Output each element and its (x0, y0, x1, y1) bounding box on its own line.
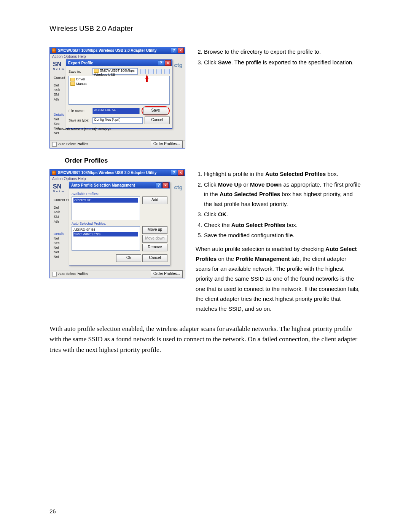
screenshot-auto-profile: SMCWUSBT 108Mbps Wireless USB 2.0 Adapte… (49, 169, 185, 278)
step: Browse to the directory to export the pr… (204, 47, 362, 57)
ctg-logo: ctg (174, 184, 183, 190)
step: Click Move Up or Move Down as appropriat… (204, 180, 362, 209)
export-profile-dialog: Export Profile ? × Save in: SMCWUSBT 108… (66, 59, 172, 129)
savetype-label: Save as type: (68, 118, 91, 122)
page-number: 26 (49, 508, 56, 514)
filename-label: File name: (68, 109, 91, 113)
ssid-row: Network Name 3 (SSID3): <empty> (57, 127, 112, 131)
summary-paragraph: With auto profile selection enabled, the… (49, 324, 362, 355)
dialog-title: Export Profile (68, 61, 157, 65)
cancel-button[interactable]: Cancel (145, 117, 170, 124)
dialog-title: Auto Profile Selection Management (71, 183, 155, 187)
export-steps: Browse to the directory to export the pr… (196, 47, 362, 67)
remove-button[interactable]: Remove (142, 244, 167, 251)
available-label: Available Profiles: (72, 192, 167, 196)
autoselect-checkbox[interactable]: Auto Select Profiles (52, 272, 88, 276)
step: Highlight a profile in the Auto Selected… (204, 169, 362, 179)
add-button[interactable]: Add (142, 197, 167, 204)
step: Click OK. (204, 209, 362, 219)
menubar[interactable]: Action Options Help (50, 176, 185, 182)
menubar[interactable]: Action Options Help (50, 54, 185, 59)
app-icon (52, 171, 56, 175)
auto-profile-dialog: Auto Profile Selection Management ? × Av… (69, 182, 170, 265)
movedown-button[interactable]: Move down (142, 235, 167, 243)
help-icon[interactable]: ? (171, 48, 177, 53)
newfolder-icon[interactable] (156, 69, 162, 74)
step: Check the Auto Select Profiles box. (204, 220, 362, 230)
app-icon (52, 48, 56, 53)
moveup-button[interactable]: Move up (142, 226, 167, 234)
help-icon[interactable]: ? (156, 182, 162, 188)
order-steps: Highlight a profile in the Auto Selected… (196, 169, 362, 240)
views-icon[interactable] (164, 69, 170, 74)
back-icon[interactable] (140, 69, 146, 74)
order-profiles-button[interactable]: Order Profiles... (151, 141, 183, 148)
save-highlight: Save (142, 106, 170, 115)
order-profiles-button[interactable]: Order Profiles... (151, 270, 183, 278)
order-profiles-heading: Order Profiles (65, 157, 362, 165)
autoselect-checkbox[interactable]: Auto Select Profiles (52, 142, 88, 147)
window-title: SMCWUSBT 108Mbps Wireless USB 2.0 Adapte… (58, 171, 170, 175)
up-icon[interactable] (148, 69, 154, 74)
ok-button[interactable]: Ok (116, 254, 141, 262)
selected-list[interactable]: ASKRD-9F 54 SMC WIRELESS (72, 226, 140, 251)
screenshot-export-profile: SMCWUSBT 108Mbps Wireless USB 2.0 Adapte… (49, 47, 185, 149)
step: Save the modified configuration file. (204, 230, 362, 240)
close-icon[interactable]: × (178, 48, 184, 53)
help-icon[interactable]: ? (158, 60, 164, 66)
logo: SNN e t w (53, 183, 64, 193)
logo: SNN e t w (53, 61, 64, 70)
annotation-arrow-icon (145, 74, 148, 79)
cancel-button[interactable]: Cancel (142, 254, 167, 262)
close-icon[interactable]: × (178, 170, 184, 176)
available-list[interactable]: Atheros AP (72, 197, 140, 220)
explanatory-paragraph: When auto profile selection is enabled b… (196, 244, 362, 314)
selected-label: Auto Selected Profiles: (72, 222, 167, 225)
save-button[interactable]: Save (143, 107, 168, 115)
help-icon[interactable]: ? (171, 170, 177, 176)
close-icon[interactable]: × (162, 182, 169, 188)
savein-label: Save in: (68, 70, 91, 73)
step: Click Save. The profile is exported to t… (204, 58, 362, 67)
filename-input[interactable]: ASKRD-9F 54 (92, 108, 140, 114)
savein-select[interactable]: SMCWUSBT 108Mbps Wireless USB (92, 68, 138, 75)
close-icon[interactable]: × (165, 60, 171, 66)
savetype-select[interactable]: Config files (*.prf) (92, 117, 143, 124)
page-header: Wireless USB 2.0 Adapter (49, 24, 362, 36)
ctg-logo: ctg (174, 62, 183, 68)
window-title: SMCWUSBT 108Mbps Wireless USB 2.0 Adapte… (58, 48, 170, 53)
folder-list[interactable]: Driver Manual (68, 76, 170, 105)
